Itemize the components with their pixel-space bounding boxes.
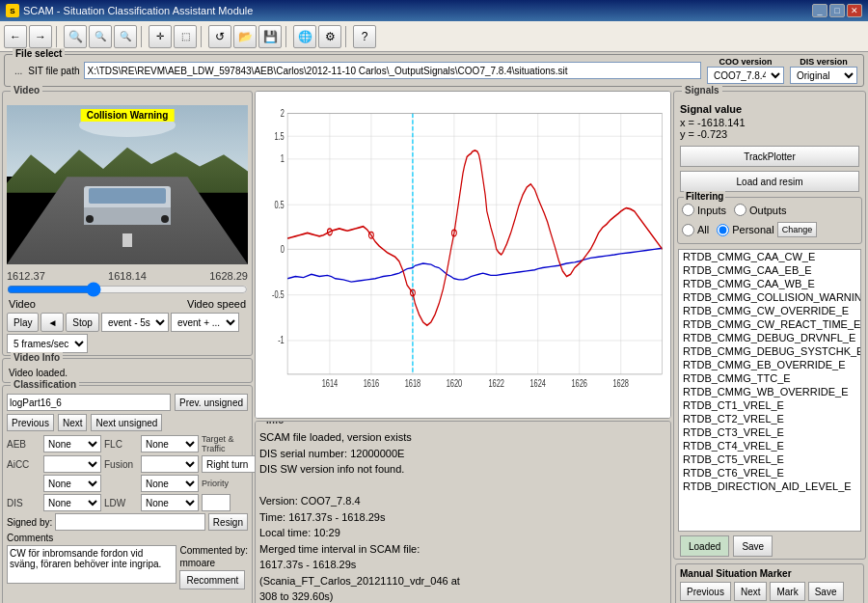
coo-version-select[interactable]: COO7_7.8.4 [707, 67, 784, 84]
aeb-select[interactable]: None [43, 435, 101, 452]
svg-text:0.5: 0.5 [274, 199, 284, 209]
select-button[interactable]: ⬚ [174, 25, 197, 48]
resign-button[interactable]: Resign [208, 513, 248, 531]
signal-item[interactable]: RTDB_CMMG_CW_REACT_TIME_E [679, 317, 860, 331]
svg-text:1624: 1624 [529, 378, 546, 389]
coo-version-label: COO version [719, 57, 772, 67]
open-button[interactable]: 📂 [233, 25, 257, 48]
zoom-in-button[interactable]: 🔍 [64, 25, 87, 48]
all-label: All [697, 224, 709, 235]
marker-mark-button[interactable]: Mark [770, 582, 804, 601]
signal-chart: 2 1.5 1 0.5 0 -0.5 -1 [256, 92, 670, 418]
svg-text:1: 1 [281, 153, 285, 164]
event-fwd-select[interactable]: event + ... [171, 313, 239, 332]
save-button[interactable]: 💾 [258, 25, 282, 48]
speed-select[interactable]: 5 frames/sec [7, 334, 88, 353]
video-section-title: Video [11, 85, 42, 96]
load-resim-button[interactable]: Load and resim [680, 171, 859, 192]
next-button[interactable]: Next [58, 414, 88, 431]
forward-button[interactable]: → [29, 25, 52, 48]
all-radio[interactable] [682, 224, 694, 236]
help-button[interactable]: ? [353, 25, 376, 48]
signal-item[interactable]: RTDB_CMMG_CAA_EB_E [679, 263, 860, 277]
svg-text:0: 0 [281, 244, 285, 255]
title-bar: S SCAM - Situation Classification Assist… [0, 0, 868, 21]
svg-text:1614: 1614 [322, 378, 339, 389]
settings-button[interactable]: ⚙ [318, 25, 341, 48]
fusion-select[interactable] [141, 455, 199, 473]
flc-select[interactable]: None [141, 435, 199, 452]
signal-item[interactable]: RTDB_CMMG_CAA_CW_E [679, 250, 860, 263]
zoom-out-button[interactable]: 🔍 [89, 25, 112, 48]
priority-input[interactable] [202, 494, 231, 511]
close-button[interactable]: ✕ [847, 4, 862, 17]
change-button[interactable]: Change [777, 222, 818, 237]
aicc-select[interactable] [43, 455, 101, 473]
signal-item[interactable]: RTDB_CMMG_EB_OVERRIDE_E [679, 358, 860, 371]
dis-select[interactable]: None [43, 494, 101, 511]
event-back-select[interactable]: event - 5s [101, 313, 169, 332]
marker-save-button[interactable]: Save [808, 582, 844, 601]
signal-item[interactable]: RTDB_CT5_VREL_E [679, 452, 860, 466]
web-button[interactable]: 🌐 [293, 25, 316, 48]
none2-select[interactable]: None [43, 475, 101, 492]
zoom-fit-button[interactable]: 🔍 [114, 25, 137, 48]
video-warning: Collision Warning [81, 109, 175, 122]
aeb-label: AEB [7, 439, 41, 450]
recomment-button[interactable]: Recomment [179, 570, 245, 589]
y-value: y = -0.723 [680, 128, 727, 140]
aicc-label: AiCC [7, 459, 41, 470]
personal-radio[interactable] [717, 224, 729, 236]
signal-item[interactable]: RTDB_CT6_VREL_E [679, 466, 860, 480]
back-button[interactable]: ← [4, 25, 27, 48]
filtering-title: Filtering [684, 191, 725, 202]
comments-label: Comments [7, 533, 248, 543]
signal-item[interactable]: RTDB_CT4_VREL_E [679, 439, 860, 452]
signal-item[interactable]: RTDB_DIRECTION_AID_LEVEL_E [679, 480, 860, 493]
prev-unsigned-button[interactable]: Prev. unsigned [175, 394, 248, 411]
signal-item[interactable]: RTDB_CMMG_DEBUG_DRVNFL_E [679, 331, 860, 344]
video-time-right: 1628.29 [209, 270, 248, 282]
signal-item[interactable]: RTDB_CMMG_CAA_WB_E [679, 277, 860, 290]
refresh-button[interactable]: ↺ [208, 25, 231, 48]
signal-item[interactable]: RTDB_CT1_VREL_E [679, 398, 860, 412]
svg-text:-1: -1 [278, 335, 285, 345]
previous-button[interactable]: Previous [7, 414, 54, 431]
none3-select[interactable]: None [141, 475, 199, 492]
video-scrubber[interactable] [7, 284, 248, 295]
personal-label: Personal [732, 224, 773, 235]
next-unsigned-button[interactable]: Next unsigned [91, 414, 162, 431]
signed-by-label: Signed by: [7, 517, 52, 528]
signal-item[interactable]: RTDB_CMMG_TTC_E [679, 371, 860, 385]
signals-save-button[interactable]: Save [733, 535, 773, 557]
classification-title: Classification [11, 379, 79, 390]
info-title: Info [263, 421, 286, 425]
outputs-radio[interactable] [734, 204, 746, 216]
inputs-radio[interactable] [682, 204, 694, 216]
ldw-select[interactable]: None [141, 494, 199, 511]
signal-item[interactable]: RTDB_CMMG_CW_OVERRIDE_E [679, 304, 860, 317]
comments-textarea[interactable]: CW för inbromsande fordon vid sväng, för… [7, 545, 176, 584]
sit-file-input[interactable] [84, 62, 701, 79]
signed-by-input[interactable] [55, 513, 205, 531]
signal-item[interactable]: RTDB_CMMG_WB_OVERRIDE_E [679, 385, 860, 398]
marker-previous-button[interactable]: Previous [680, 582, 731, 601]
signal-item[interactable]: RTDB_CMMG_COLLISION_WARNING_E [679, 290, 860, 304]
dis-version-select[interactable]: Original [790, 67, 857, 84]
signal-item[interactable]: RTDB_CT2_VREL_E [679, 412, 860, 425]
maximize-button[interactable]: □ [829, 4, 845, 17]
stop-button[interactable]: Stop [66, 313, 99, 332]
prev-frame-button[interactable]: ◄ [41, 313, 64, 332]
fusion-label: Fusion [104, 459, 138, 470]
signal-item[interactable]: RTDB_CT3_VREL_E [679, 425, 860, 439]
log-part-input[interactable] [7, 394, 171, 411]
play-button[interactable]: Play [7, 313, 39, 332]
signal-item[interactable]: RTDB_CMMG_DEBUG_SYSTCHK_E [679, 344, 860, 358]
cursor-button[interactable]: ✛ [149, 25, 172, 48]
app-title: SCAM - Situation Classification Assistan… [23, 5, 253, 16]
trackplotter-button[interactable]: TrackPlotter [680, 146, 859, 167]
loaded-button[interactable]: Loaded [680, 535, 729, 557]
flc-label: FLC [104, 439, 138, 450]
marker-next-button[interactable]: Next [734, 582, 768, 601]
minimize-button[interactable]: _ [812, 4, 827, 17]
